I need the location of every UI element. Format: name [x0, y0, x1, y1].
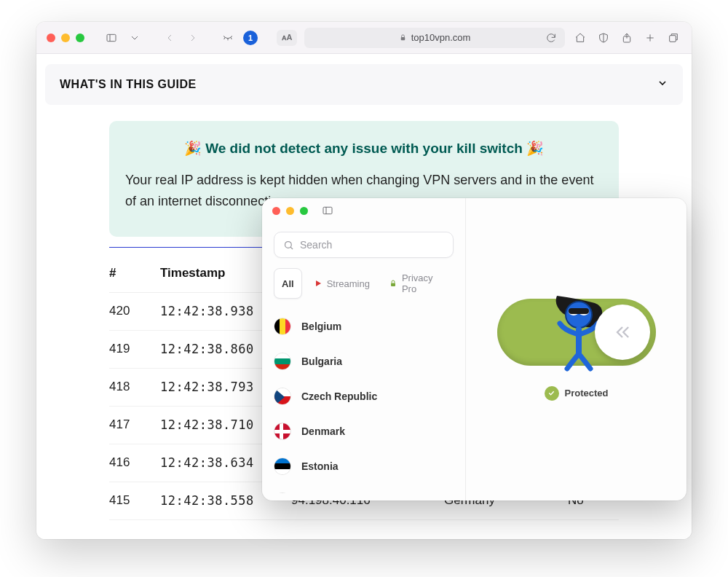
address-bar[interactable]: top10vpn.com: [304, 28, 565, 48]
country-list: BelgiumBulgariaCzech RepublicDenmarkEsto…: [274, 309, 454, 493]
cell-num: 417: [109, 417, 160, 432]
sidebar-toggle-icon[interactable]: [320, 203, 336, 219]
cell-num: 415: [109, 493, 160, 508]
tab-all-label: All: [282, 278, 294, 289]
chevron-left-double-icon: [612, 322, 633, 342]
url-text: top10vpn.com: [411, 32, 471, 43]
search-input[interactable]: Search: [274, 232, 454, 258]
svg-line-4: [231, 37, 232, 39]
col-number: #: [109, 266, 160, 280]
reader-text-size-button[interactable]: ᴀA: [277, 30, 297, 46]
flag-icon: [274, 318, 291, 335]
svg-rect-22: [569, 308, 589, 314]
reload-button[interactable]: [543, 30, 559, 46]
notice-title-text: We did not detect any issue with your ki…: [205, 141, 523, 156]
party-popper-icon: 🎉: [184, 141, 202, 156]
country-item[interactable]: Belgium: [274, 309, 454, 344]
flag-icon: [274, 458, 291, 475]
privacy-shield-icon[interactable]: [596, 30, 612, 46]
fullscreen-window-button[interactable]: [300, 207, 308, 215]
back-button[interactable]: [162, 30, 178, 46]
vpn-app-window: Search All Streaming Privacy Pro Belgium…: [262, 198, 687, 501]
flag-icon: [274, 388, 291, 405]
play-icon: [314, 279, 323, 288]
tab-privacy-pro[interactable]: Privacy Pro: [381, 268, 454, 299]
chevron-down-icon: [657, 77, 668, 92]
flag-icon: [274, 353, 291, 370]
country-item[interactable]: Czech Republic: [274, 379, 454, 414]
vpn-status-label: Protected: [565, 388, 609, 399]
svg-line-2: [224, 37, 225, 39]
svg-marker-16: [316, 280, 321, 286]
cell-num: 420: [109, 304, 160, 318]
country-item[interactable]: Bulgaria: [274, 344, 454, 379]
party-popper-icon: 🎉: [526, 141, 544, 156]
search-icon: [283, 240, 294, 251]
sidebar-toggle-icon[interactable]: [103, 30, 119, 46]
tab-streaming[interactable]: Streaming: [306, 268, 377, 299]
close-window-button[interactable]: [47, 34, 55, 42]
svg-rect-12: [323, 207, 332, 213]
country-name: Denmark: [301, 425, 345, 437]
notice-title: 🎉 We did not detect any issue with your …: [125, 140, 603, 157]
country-name: Belgium: [301, 321, 341, 332]
country-name: Czech Republic: [301, 390, 377, 402]
tab-privacy-label: Privacy Pro: [402, 272, 446, 294]
svg-rect-0: [107, 34, 116, 41]
search-placeholder: Search: [300, 239, 332, 251]
svg-point-14: [285, 241, 292, 248]
svg-line-15: [290, 247, 293, 249]
tab-dropdown-icon[interactable]: [127, 30, 143, 46]
traffic-lights: [47, 34, 84, 42]
cell-num: 418: [109, 380, 160, 394]
cell-num: 419: [109, 342, 160, 356]
check-circle-icon: [545, 386, 559, 401]
guide-toc-label: WHAT'S IN THIS GUIDE: [60, 78, 197, 91]
svg-rect-5: [400, 37, 405, 40]
vpn-status: Protected: [545, 386, 609, 401]
tabs-overview-button[interactable]: [665, 30, 681, 46]
country-name: Estonia: [301, 460, 339, 472]
onepassword-extension-icon[interactable]: 1: [243, 31, 258, 45]
svg-rect-23: [576, 326, 582, 356]
minimize-window-button[interactable]: [61, 34, 70, 42]
toggle-knob: [595, 305, 650, 360]
fullscreen-window-button[interactable]: [76, 34, 84, 42]
tab-streaming-label: Streaming: [327, 278, 370, 289]
country-item[interactable]: Denmark: [274, 414, 454, 449]
home-button[interactable]: [572, 30, 588, 46]
close-window-button[interactable]: [272, 207, 280, 215]
country-item[interactable]: Estonia: [274, 449, 454, 484]
vpn-connect-toggle[interactable]: [497, 299, 656, 366]
tab-all[interactable]: All: [274, 268, 302, 299]
browser-titlebar: 1 ᴀA top10vpn.com: [36, 22, 692, 54]
country-name: Bulgaria: [301, 356, 342, 367]
country-item[interactable]: Finland: [274, 484, 454, 493]
flag-icon: [274, 423, 291, 440]
forward-button[interactable]: [185, 30, 201, 46]
guide-toc-toggle[interactable]: WHAT'S IN THIS GUIDE: [45, 64, 683, 105]
server-filter-tabs: All Streaming Privacy Pro: [274, 268, 454, 299]
wiper-extension-icon[interactable]: [220, 30, 236, 46]
flag-icon: [274, 492, 291, 493]
svg-rect-11: [670, 35, 676, 42]
cell-num: 416: [109, 455, 160, 470]
lock-icon: [399, 34, 407, 42]
share-button[interactable]: [619, 30, 635, 46]
lock-icon: [389, 279, 397, 288]
minimize-window-button[interactable]: [286, 207, 294, 215]
svg-rect-17: [391, 283, 395, 287]
vpn-status-panel: Protected: [466, 198, 687, 501]
vpn-server-panel: Search All Streaming Privacy Pro Belgium…: [262, 198, 466, 501]
new-tab-button[interactable]: [642, 30, 658, 46]
